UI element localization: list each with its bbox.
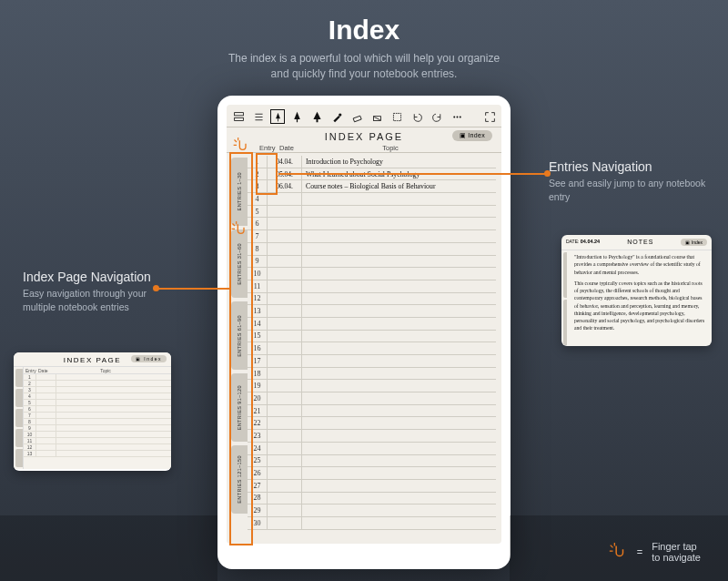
- row-date: 05.04.: [268, 168, 302, 180]
- pen-thin-icon[interactable]: [270, 109, 285, 124]
- mini-tabs[interactable]: [14, 367, 23, 469]
- select-icon[interactable]: [389, 108, 405, 125]
- clear-icon[interactable]: [369, 108, 385, 125]
- table-row[interactable]: 12: [248, 293, 496, 306]
- row-number: 6: [248, 218, 268, 229]
- table-row[interactable]: 26: [248, 467, 496, 480]
- row-topic: What I learned about Social Psychology: [302, 170, 496, 178]
- table-row[interactable]: 306.04.Course notes – Biological Basis o…: [248, 180, 496, 193]
- table-row[interactable]: 4: [248, 193, 496, 206]
- row-date: [268, 455, 302, 467]
- row-number: 7: [248, 230, 268, 242]
- table-row[interactable]: 104.04.Introduction to Psychology: [248, 156, 496, 168]
- table-row[interactable]: 16: [248, 342, 496, 355]
- undo-icon[interactable]: [409, 108, 425, 125]
- row-number: 21: [248, 405, 268, 417]
- sidebar-tab[interactable]: ENTRIES 91–120: [231, 373, 248, 442]
- table-row[interactable]: 17: [248, 355, 496, 368]
- table-row[interactable]: 5: [248, 206, 496, 219]
- col-date: Date: [279, 144, 316, 152]
- row-number: 18: [248, 368, 268, 380]
- table-row[interactable]: 24: [248, 443, 496, 455]
- table-row[interactable]: 8: [248, 243, 496, 256]
- brush-icon[interactable]: [329, 108, 345, 125]
- row-number: 19: [248, 380, 268, 392]
- fullscreen-icon[interactable]: [481, 108, 498, 125]
- subtitle-line: and quickly find your notebook entries.: [271, 67, 458, 80]
- table-row[interactable]: 27: [248, 480, 496, 493]
- table-row[interactable]: 30: [248, 517, 496, 530]
- row-number: 27: [248, 480, 268, 492]
- table-row[interactable]: 19: [248, 380, 496, 392]
- table-row[interactable]: 29: [248, 505, 496, 517]
- table-row[interactable]: 23: [248, 430, 496, 443]
- notes-paragraph: This course typically covers topics such…: [574, 280, 706, 332]
- table-row[interactable]: 18: [248, 368, 496, 381]
- sidebar-tab[interactable]: ENTRIES 61–90: [231, 301, 248, 370]
- notes-paragraph: "Introduction to Psychology" is a founda…: [574, 253, 706, 276]
- col-entry: Entry: [259, 144, 279, 152]
- table-row[interactable]: 21: [248, 405, 496, 418]
- sidebar-tab[interactable]: ENTRIES 1–30: [231, 158, 248, 226]
- sidebar-tab[interactable]: ENTRIES 31–60: [231, 229, 248, 298]
- layers-icon[interactable]: [230, 108, 247, 125]
- table-row[interactable]: 20: [248, 392, 496, 405]
- row-number: 2: [248, 168, 268, 180]
- table-row[interactable]: 205.04.What I learned about Social Psych…: [248, 168, 496, 181]
- row-date: [268, 331, 302, 342]
- table-row: 11: [24, 438, 171, 444]
- row-date: [268, 256, 302, 268]
- sidebar-tab[interactable]: ENTRIES 121–150: [231, 445, 248, 514]
- index-button[interactable]: ▣ Index: [452, 130, 492, 141]
- tap-icon: [608, 542, 628, 562]
- table-row[interactable]: 11: [248, 280, 496, 293]
- row-date: [268, 417, 302, 429]
- annotation-right: Entries Navigation See and easily jump t…: [549, 159, 708, 204]
- row-number: 26: [248, 467, 268, 479]
- row-date: [268, 243, 302, 255]
- row-date: [268, 305, 302, 317]
- row-date: 04.04.: [268, 156, 302, 168]
- table-row[interactable]: 7: [248, 230, 496, 243]
- row-date: [268, 380, 302, 392]
- preview-notes-page: DATE: 04.04.24 NOTES ▣ Index "Introducti…: [561, 235, 712, 346]
- tap-icon: [232, 138, 250, 156]
- svg-line-11: [374, 117, 380, 119]
- table-row[interactable]: 22: [248, 417, 496, 430]
- row-topic: Introduction to Psychology: [302, 158, 496, 166]
- table-row[interactable]: 14: [248, 318, 496, 331]
- mini-index-button[interactable]: ▣ Index: [681, 239, 707, 246]
- row-number: 10: [248, 268, 268, 280]
- row-number: 16: [248, 342, 268, 354]
- table-row[interactable]: 6: [248, 218, 496, 230]
- svg-point-8: [339, 113, 341, 116]
- row-number: 29: [248, 505, 268, 516]
- table-row[interactable]: 28: [248, 493, 496, 505]
- tablet-device: INDEX PAGE ▣ Index Entry Date Topic ENTR…: [217, 96, 511, 569]
- list-icon[interactable]: [250, 108, 267, 125]
- pen-med-icon[interactable]: [288, 108, 305, 125]
- table-row[interactable]: 9: [248, 256, 496, 269]
- mini-notes-title: NOTES: [627, 239, 653, 246]
- table-row[interactable]: 10: [248, 268, 496, 280]
- table-row[interactable]: 25: [248, 455, 496, 468]
- footer-strip: [0, 515, 217, 581]
- rows-container: 104.04.Introduction to Psychology205.04.…: [248, 156, 496, 544]
- redo-icon[interactable]: [429, 108, 445, 125]
- table-row[interactable]: 15: [248, 331, 496, 343]
- row-date: [268, 368, 302, 380]
- pen-thick-icon[interactable]: [308, 108, 325, 125]
- row-number: 23: [248, 430, 268, 442]
- svg-point-15: [459, 116, 460, 117]
- table-row: 8: [24, 419, 171, 425]
- screen: INDEX PAGE ▣ Index Entry Date Topic ENTR…: [227, 105, 501, 544]
- row-number: 5: [248, 206, 268, 218]
- more-icon[interactable]: [449, 108, 465, 125]
- table-row: 6: [24, 406, 171, 413]
- row-date: [268, 355, 302, 367]
- mini-tabs[interactable]: [561, 250, 569, 346]
- mini-index-button[interactable]: ▣ Index: [131, 355, 167, 362]
- eraser-icon[interactable]: [349, 108, 365, 125]
- table-row[interactable]: 13: [248, 305, 496, 318]
- row-number: 4: [248, 193, 268, 205]
